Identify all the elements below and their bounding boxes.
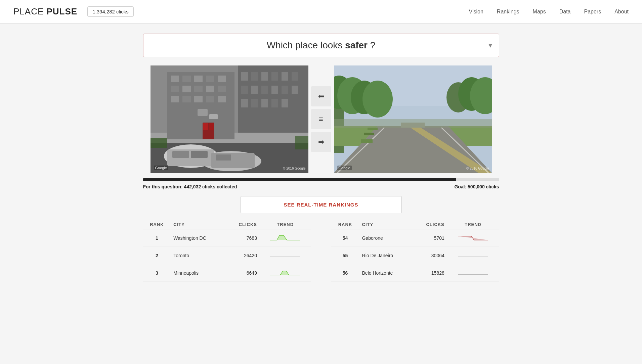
- table-row: 54 Gaborone 5701: [331, 229, 499, 247]
- svg-rect-12: [218, 86, 226, 92]
- left-th-clicks: CLICKS: [226, 220, 260, 229]
- site-logo: PLACE PULSE: [13, 6, 77, 17]
- left-th-trend: TREND: [260, 220, 311, 229]
- svg-rect-9: [182, 86, 191, 92]
- rank-cell: 1: [143, 229, 171, 247]
- svg-rect-28: [251, 86, 258, 94]
- see-rankings-button[interactable]: SEE REAL-TIME RANKINGS: [241, 196, 402, 213]
- svg-rect-15: [194, 96, 203, 102]
- svg-rect-49: [151, 138, 167, 148]
- table-row: 1 Washington DC 7683: [143, 229, 311, 247]
- table-row: 56 Belo Horizonte 15828: [331, 264, 499, 282]
- vote-left-button[interactable]: ⬅: [311, 86, 331, 106]
- nav-about[interactable]: About: [614, 9, 629, 15]
- city-cell: Belo Horizonte: [359, 264, 413, 282]
- clicks-cell: 26420: [226, 247, 260, 264]
- goal-prefix: Goal:: [454, 184, 468, 189]
- nav-vision[interactable]: Vision: [469, 9, 483, 15]
- arrow-right-icon: ➡: [318, 138, 324, 146]
- arrow-left-icon: ⬅: [318, 92, 324, 101]
- nav-maps[interactable]: Maps: [533, 9, 546, 15]
- trend-cell: [260, 264, 311, 282]
- progress-current-label: For this question: 442,032 clicks collec…: [143, 184, 237, 189]
- right-rankings-table: RANK CITY CLICKS TREND 54 Gaborone 5701 …: [331, 220, 499, 282]
- chevron-down-icon: ▾: [488, 41, 492, 50]
- svg-rect-25: [282, 72, 288, 81]
- table-row: 3 Minneapolis 6649: [143, 264, 311, 282]
- svg-rect-47: [191, 151, 208, 158]
- left-rankings-table: RANK CITY CLICKS TREND 1 Washington DC 7…: [143, 220, 311, 282]
- right-table: RANK CITY CLICKS TREND 54 Gaborone 5701 …: [331, 220, 499, 282]
- logo-light: PLACE: [13, 6, 47, 16]
- rankings-section: RANK CITY CLICKS TREND 1 Washington DC 7…: [143, 220, 499, 282]
- left-table: RANK CITY CLICKS TREND 1 Washington DC 7…: [143, 220, 311, 282]
- svg-rect-26: [292, 72, 298, 81]
- svg-rect-31: [282, 86, 288, 94]
- clicks-cell: 30064: [413, 247, 447, 264]
- svg-rect-5: [194, 76, 203, 82]
- svg-rect-11: [206, 86, 214, 92]
- question-dropdown[interactable]: Which place looks safer ? ▾: [143, 34, 499, 57]
- svg-rect-14: [182, 96, 191, 102]
- table-row: 2 Toronto 26420: [143, 247, 311, 264]
- left-street-image[interactable]: Google © 2016 Google: [151, 65, 308, 173]
- city-cell: Minneapolis: [171, 264, 225, 282]
- nav-data[interactable]: Data: [559, 9, 571, 15]
- nav-papers[interactable]: Papers: [584, 9, 601, 15]
- svg-rect-36: [271, 99, 278, 107]
- svg-rect-50: [295, 136, 308, 149]
- svg-rect-33: [241, 99, 248, 107]
- svg-rect-10: [194, 86, 203, 92]
- svg-rect-39: [203, 123, 208, 130]
- progress-prefix: For this question:: [143, 184, 184, 189]
- city-cell: Toronto: [171, 247, 225, 264]
- svg-rect-3: [171, 76, 179, 82]
- clicks-cell: 15828: [413, 264, 447, 282]
- vote-equal-button[interactable]: ≡: [311, 109, 331, 129]
- progress-value: 442,032: [184, 184, 201, 189]
- main-content: Which place looks safer ? ▾: [136, 24, 506, 292]
- trend-cell: [447, 247, 499, 264]
- progress-labels: For this question: 442,032 clicks collec…: [143, 184, 499, 189]
- table-row: 55 Rio De Janeiro 30064: [331, 247, 499, 264]
- right-image-google: Google: [337, 166, 352, 170]
- question-suffix: ?: [368, 40, 375, 50]
- right-image-svg: [334, 65, 492, 173]
- question-prefix: Which place looks: [267, 40, 345, 50]
- right-th-rank: RANK: [331, 220, 359, 229]
- svg-rect-48: [216, 154, 231, 161]
- svg-rect-19: [209, 114, 218, 119]
- progress-bar-background: [143, 178, 499, 181]
- question-keyword: safer: [345, 40, 368, 50]
- svg-rect-66: [368, 128, 378, 130]
- trend-cell: [447, 229, 499, 247]
- right-street-image[interactable]: Google © 2016 Google: [334, 65, 492, 173]
- rankings-button-wrap: SEE REAL-TIME RANKINGS: [143, 196, 499, 213]
- svg-rect-34: [251, 99, 258, 107]
- svg-rect-32: [292, 86, 298, 94]
- left-image-svg: [151, 65, 308, 173]
- svg-rect-27: [241, 86, 248, 94]
- left-th-rank: RANK: [143, 220, 171, 229]
- goal-suffix: clicks: [485, 184, 499, 189]
- progress-goal-label: Goal: 500,000 clicks: [454, 184, 499, 189]
- progress-bar-fill: [143, 178, 457, 181]
- vote-buttons: ⬅ ≡ ➡: [308, 86, 334, 152]
- svg-rect-23: [261, 72, 268, 81]
- site-header: PLACE PULSE 1,394,282 clicks Vision Rank…: [0, 0, 642, 24]
- vote-right-button[interactable]: ➡: [311, 132, 331, 152]
- right-th-clicks: CLICKS: [413, 220, 447, 229]
- svg-rect-35: [261, 99, 268, 107]
- right-th-city: CITY: [359, 220, 413, 229]
- svg-rect-7: [218, 76, 226, 82]
- svg-rect-13: [171, 96, 179, 102]
- trend-cell: [260, 229, 311, 247]
- svg-rect-24: [271, 72, 278, 81]
- progress-suffix: clicks collected: [201, 184, 237, 189]
- city-cell: Gaborone: [359, 229, 413, 247]
- rank-cell: 2: [143, 247, 171, 264]
- nav-rankings[interactable]: Rankings: [497, 9, 519, 15]
- comparison-area: Google © 2016 Google ⬅ ≡ ➡: [143, 65, 499, 173]
- svg-rect-8: [171, 86, 179, 92]
- svg-rect-18: [198, 109, 208, 116]
